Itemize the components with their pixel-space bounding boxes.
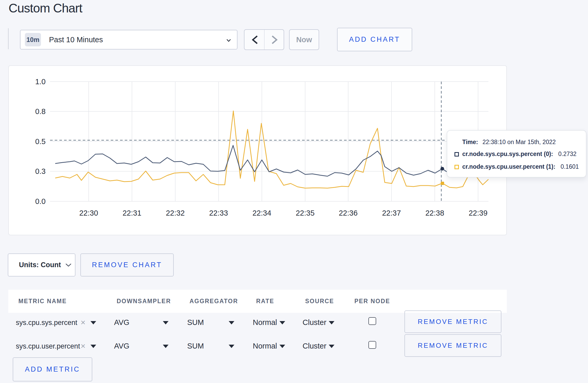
svg-text:22:37: 22:37 <box>382 209 401 217</box>
svg-text:0.3: 0.3 <box>35 167 46 175</box>
svg-text:22:32: 22:32 <box>166 209 185 217</box>
svg-text:22:35: 22:35 <box>296 209 315 217</box>
svg-text:22:39: 22:39 <box>469 209 488 217</box>
svg-text:0.8: 0.8 <box>35 107 46 116</box>
svg-text:22:34: 22:34 <box>253 209 271 217</box>
svg-text:22:33: 22:33 <box>209 209 228 217</box>
svg-text:22:38: 22:38 <box>425 209 444 217</box>
svg-text:0.5: 0.5 <box>35 137 46 146</box>
svg-text:1.0: 1.0 <box>35 77 46 86</box>
svg-text:22:36: 22:36 <box>339 209 358 217</box>
svg-text:22:30: 22:30 <box>79 209 98 217</box>
svg-text:22:31: 22:31 <box>123 209 142 217</box>
svg-text:0.0: 0.0 <box>35 197 46 205</box>
